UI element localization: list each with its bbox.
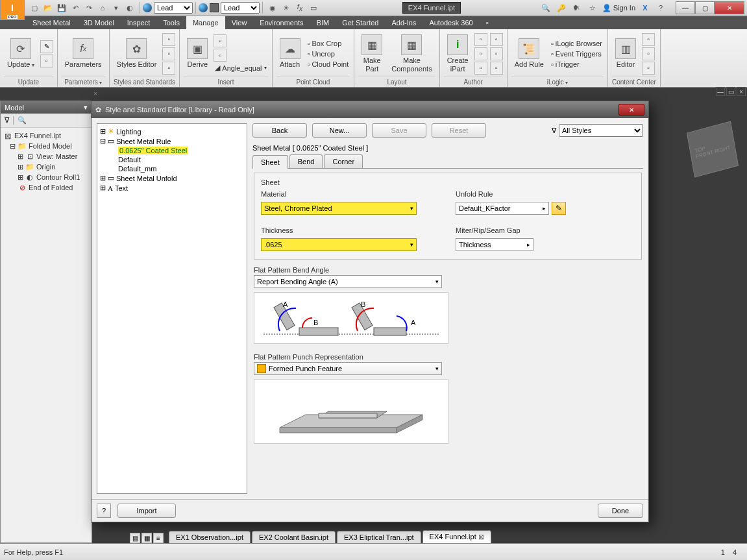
favorite-icon[interactable]: ☆ (587, 2, 598, 14)
tree-default-mm[interactable]: Default_mm (99, 164, 245, 173)
filter-icon[interactable]: ∇ (5, 116, 9, 125)
event-triggers-button[interactable]: ▫Event Triggers (550, 49, 604, 58)
angle-equal-combo[interactable]: ◢Angle_equal▾ (214, 63, 267, 73)
viewcube[interactable]: TOPFRONT RIGHT (687, 121, 739, 177)
qat-select-icon[interactable]: ▾ (110, 2, 122, 14)
author-sub6-icon[interactable]: ▫ (490, 62, 503, 75)
qat-new-icon[interactable]: ▢ (29, 2, 40, 14)
ilogic-browser-button[interactable]: ▫iLogic Browser (550, 39, 604, 48)
tab-inspect[interactable]: Inspect (121, 16, 156, 29)
doctab-tile-icon[interactable]: ▦ (141, 533, 152, 543)
insert-sub1-icon[interactable]: ▫ (214, 34, 227, 47)
app-icon[interactable]: I (0, 0, 25, 20)
update-sub1-icon[interactable]: ✎ (40, 40, 53, 53)
back-button[interactable]: Back (252, 123, 307, 138)
group-label-parameters[interactable]: Parameters (62, 77, 105, 87)
tree-sheet-metal-rule[interactable]: ⊟▭Sheet Metal Rule (99, 136, 245, 146)
tree-default[interactable]: Default (99, 155, 245, 164)
tab-tools[interactable]: Tools (156, 16, 186, 29)
model-header[interactable]: Model▾ (1, 101, 92, 114)
insert-sub2-icon[interactable]: ▫ (214, 49, 227, 62)
mdi-minimize[interactable]: — (716, 87, 725, 96)
attach-button[interactable]: ☁Attach (276, 37, 304, 69)
qat-home-icon[interactable]: ⌂ (97, 2, 108, 14)
qat-redo-icon[interactable]: ↷ (83, 2, 95, 14)
make-part-button[interactable]: ▦Make Part (358, 33, 386, 73)
update-button[interactable]: ⟳Update (4, 37, 38, 70)
doctab-prev-icon[interactable]: ≡ (153, 533, 164, 543)
cc-sub2-icon[interactable]: ▫ (642, 47, 655, 60)
tab-autodesk360[interactable]: Autodesk 360 (422, 16, 479, 29)
qat-fx-icon[interactable]: fx (294, 2, 306, 14)
tree-end-of-folded[interactable]: ⊘End of Folded (2, 182, 90, 193)
doctab-ex3[interactable]: EX3 Eliptical Tran...ipt (337, 531, 421, 543)
sign-in-button[interactable]: 👤Sign In (602, 4, 635, 12)
bendangle-select[interactable]: Report Bending Angle (A) (254, 275, 442, 288)
qat-appearance-icon[interactable]: ◉ (267, 2, 278, 14)
filter-funnel-icon[interactable]: ∇ (552, 127, 556, 135)
author-sub5-icon[interactable]: ▫ (490, 47, 503, 60)
exchange-icon[interactable]: X (639, 2, 651, 14)
styles-editor-button[interactable]: ✿Styles Editor (114, 37, 160, 69)
tree-origin[interactable]: ⊞📁Origin (2, 162, 90, 172)
dialog-help-button[interactable]: ? (97, 504, 111, 518)
lead-select-1[interactable]: Lead (154, 2, 193, 14)
minimize-button[interactable]: — (676, 1, 695, 14)
tree-lighting[interactable]: ⊞☀Lighting (99, 127, 245, 136)
tab-bim[interactable]: BIM (310, 16, 336, 29)
styles-sub2-icon[interactable]: ▫ (162, 47, 175, 60)
add-rule-button[interactable]: 📜Add Rule (511, 37, 547, 69)
doctab-ex4[interactable]: EX4 Funnel.ipt ⊠ (422, 530, 491, 543)
import-button[interactable]: Import (117, 504, 176, 518)
editor-button[interactable]: ▥Editor (612, 37, 639, 69)
qat-adjust-icon[interactable]: ☀ (280, 2, 292, 14)
material-combo-1[interactable]: Lead (140, 2, 195, 14)
cc-sub1-icon[interactable]: ▫ (642, 33, 655, 46)
search-icon[interactable]: 🔍 (540, 2, 552, 14)
tree-view-master[interactable]: ⊞⊡View: Master (2, 151, 90, 162)
qat-open-icon[interactable]: 📂 (42, 2, 54, 14)
tree-text[interactable]: ⊞AText (99, 183, 245, 193)
tab-bend[interactable]: Bend (289, 154, 323, 168)
punch-select[interactable]: Formed Punch Feature (254, 362, 442, 375)
new-button[interactable]: New... (312, 123, 367, 138)
author-sub4-icon[interactable]: ▫ (490, 33, 503, 46)
qat-material-icon[interactable]: ◐ (124, 2, 136, 14)
tab-3d-model[interactable]: 3D Model (77, 16, 121, 29)
doctab-close-icon[interactable]: ⊠ (478, 533, 484, 541)
material-select[interactable]: Steel, Chrome Plated (261, 202, 417, 215)
tree-sheet-metal-unfold[interactable]: ⊞▭Sheet Metal Unfold (99, 173, 245, 183)
tab-manage[interactable]: Manage (186, 16, 225, 29)
doctab-list-icon[interactable]: ▤ (130, 533, 140, 543)
update-sub2-icon[interactable]: ▫ (40, 55, 53, 67)
chevron-down-icon[interactable]: ▾ (84, 103, 88, 112)
tab-view[interactable]: View (225, 16, 254, 29)
author-sub2-icon[interactable]: ▫ (474, 47, 487, 60)
mdi-close[interactable]: × (737, 87, 746, 96)
lead-select-2[interactable]: Lead (221, 2, 260, 14)
group-label-ilogic[interactable]: iLogic (511, 77, 604, 87)
thickness-input[interactable]: .0625 (261, 238, 417, 251)
dialog-title-bar[interactable]: ✿ Style and Standard Editor [Library - R… (92, 101, 648, 118)
help-icon[interactable]: ? (655, 2, 667, 14)
dialog-close-button[interactable]: ✕ (618, 104, 644, 116)
qat-save-icon[interactable]: 💾 (56, 2, 67, 14)
comm-icon[interactable]: 🗣 (571, 2, 583, 14)
edit-unfold-icon[interactable]: ✎ (552, 202, 566, 215)
styles-filter-select[interactable]: All Styles (559, 124, 643, 137)
styles-sub1-icon[interactable]: ▫ (162, 33, 175, 46)
doctab-ex1[interactable]: EX1 Observation...ipt (169, 531, 251, 543)
itrigger-button[interactable]: ▫iTrigger (550, 60, 604, 69)
tree-coated-steel[interactable]: 0.0625" Coated Steel (99, 146, 245, 155)
parameters-button[interactable]: fxParameters (62, 37, 105, 69)
cc-sub3-icon[interactable]: ▫ (642, 62, 655, 75)
author-sub1-icon[interactable]: ▫ (474, 33, 487, 46)
doctab-ex2[interactable]: EX2 Coolant Basin.ipt (252, 531, 336, 543)
tab-environments[interactable]: Environments (253, 16, 310, 29)
tab-corner[interactable]: Corner (324, 154, 363, 168)
tree-folded[interactable]: ⊟📁Folded Model (2, 141, 90, 151)
tree-root[interactable]: ▧EX4 Funnel.ipt (2, 130, 90, 141)
key-icon[interactable]: 🔑 (556, 2, 567, 14)
qat-settings-icon[interactable]: ▭ (308, 2, 319, 14)
maximize-button[interactable]: ▢ (695, 1, 715, 14)
